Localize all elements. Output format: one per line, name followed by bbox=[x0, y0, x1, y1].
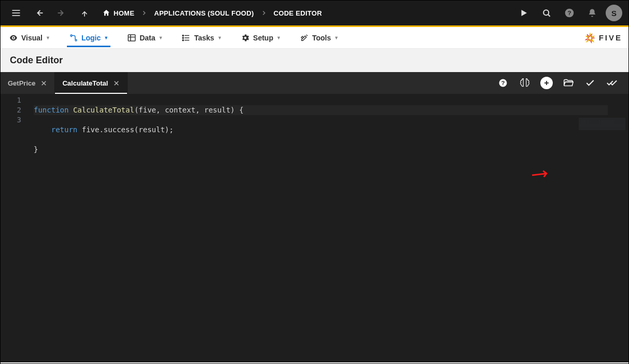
tab-calculatetotal[interactable]: CalculateTotal bbox=[55, 72, 128, 94]
back-icon[interactable] bbox=[30, 4, 48, 22]
svg-line-8 bbox=[548, 15, 550, 17]
tab-label: GetPrice bbox=[8, 79, 35, 87]
chevron-right-icon bbox=[260, 9, 268, 17]
svg-point-21 bbox=[183, 37, 184, 38]
play-icon[interactable] bbox=[514, 4, 533, 22]
menu-data-label: Data bbox=[139, 34, 155, 42]
menu-tasks-label: Tasks bbox=[194, 34, 214, 42]
minimap[interactable] bbox=[579, 118, 625, 130]
menu-data[interactable]: Data ▼ bbox=[125, 29, 165, 47]
menu-icon[interactable] bbox=[7, 4, 25, 22]
menu-tools[interactable]: Tools ▼ bbox=[298, 29, 341, 47]
line-number: 3 bbox=[1, 115, 21, 125]
close-icon[interactable] bbox=[113, 80, 120, 87]
breadcrumb-applications[interactable]: APPLICATIONS (SOUL FOOD) bbox=[154, 9, 254, 17]
topbar-left: HOME APPLICATIONS (SOUL FOOD) CODE EDITO… bbox=[7, 4, 322, 22]
menu-visual-label: Visual bbox=[21, 34, 43, 42]
check-icon[interactable] bbox=[583, 76, 597, 90]
search-icon[interactable] bbox=[537, 4, 556, 22]
brand-text: FIVE bbox=[599, 33, 622, 42]
tab-actions: ? bbox=[486, 72, 628, 94]
help-icon[interactable]: ? bbox=[560, 4, 579, 22]
brain-icon[interactable] bbox=[518, 76, 532, 90]
svg-point-11 bbox=[13, 37, 15, 38]
dropdown-icon: ▼ bbox=[276, 35, 281, 40]
menu-logic-label: Logic bbox=[81, 34, 101, 42]
dropdown-icon: ▼ bbox=[159, 35, 163, 40]
forward-icon bbox=[52, 4, 71, 22]
close-icon[interactable] bbox=[40, 80, 47, 87]
svg-point-13 bbox=[75, 39, 77, 41]
page-title: Code Editor bbox=[1, 49, 628, 72]
line-number: 1 bbox=[1, 95, 21, 105]
svg-text:?: ? bbox=[567, 9, 571, 16]
code-line: } bbox=[34, 145, 628, 155]
svg-point-12 bbox=[71, 35, 72, 36]
svg-point-7 bbox=[543, 10, 549, 15]
editor-wrap: GetPrice CalculateTotal ? bbox=[1, 72, 628, 362]
dropdown-icon: ▼ bbox=[217, 35, 222, 40]
up-icon[interactable] bbox=[75, 4, 94, 22]
menu-setup[interactable]: Setup ▼ bbox=[239, 29, 283, 47]
code-area[interactable]: 1 2 3 function CalculateTotal(five, cont… bbox=[1, 94, 628, 362]
topbar: HOME APPLICATIONS (SOUL FOOD) CODE EDITO… bbox=[1, 1, 628, 25]
chevron-right-icon bbox=[141, 9, 148, 17]
svg-marker-6 bbox=[522, 10, 527, 16]
add-button[interactable] bbox=[539, 76, 554, 90]
tab-getprice[interactable]: GetPrice bbox=[1, 72, 55, 94]
svg-point-20 bbox=[183, 35, 184, 36]
topbar-right: ? S bbox=[514, 4, 622, 22]
help-icon[interactable]: ? bbox=[496, 76, 510, 90]
menu-logic[interactable]: Logic ▼ bbox=[67, 29, 110, 47]
code-line: function CalculateTotal(five, context, r… bbox=[34, 105, 608, 115]
svg-rect-14 bbox=[128, 35, 135, 41]
menu-visual[interactable]: Visual ▼ bbox=[7, 29, 52, 47]
home-icon bbox=[102, 9, 110, 17]
avatar[interactable]: S bbox=[606, 5, 622, 21]
dropdown-icon: ▼ bbox=[46, 35, 50, 40]
svg-point-22 bbox=[183, 39, 184, 40]
line-number: 2 bbox=[1, 105, 21, 115]
code-line: return five.success(result); bbox=[34, 125, 628, 135]
tab-label: CalculateTotal bbox=[62, 79, 108, 87]
menu-tasks[interactable]: Tasks ▼ bbox=[179, 29, 224, 47]
folder-open-icon[interactable] bbox=[561, 76, 576, 90]
dropdown-icon: ▼ bbox=[334, 35, 339, 40]
code-content[interactable]: function CalculateTotal(five, context, r… bbox=[27, 94, 628, 362]
svg-text:?: ? bbox=[501, 80, 505, 86]
tab-bar: GetPrice CalculateTotal ? bbox=[1, 72, 628, 94]
dropdown-icon: ▼ bbox=[104, 35, 108, 40]
menubar: Visual ▼ Logic ▼ Data ▼ Tasks ▼ Setup ▼ … bbox=[1, 27, 628, 49]
menu-setup-label: Setup bbox=[253, 34, 273, 42]
double-check-icon[interactable] bbox=[605, 76, 619, 90]
five-logo-icon bbox=[584, 32, 596, 44]
breadcrumb: HOME APPLICATIONS (SOUL FOOD) CODE EDITO… bbox=[102, 9, 322, 17]
line-gutter: 1 2 3 bbox=[1, 94, 27, 362]
breadcrumb-home[interactable]: HOME bbox=[114, 9, 134, 17]
breadcrumb-current: CODE EDITOR bbox=[274, 9, 322, 17]
bell-icon[interactable] bbox=[583, 4, 602, 22]
menu-tools-label: Tools bbox=[312, 34, 331, 42]
brand-logo: FIVE bbox=[584, 32, 622, 44]
